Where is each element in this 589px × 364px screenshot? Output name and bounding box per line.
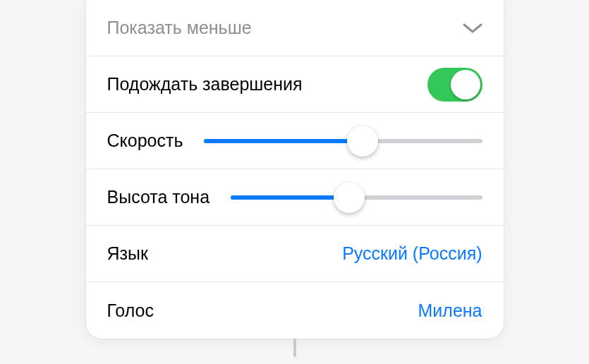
connector-stem [293,339,296,357]
slider-thumb[interactable] [347,126,378,157]
wait-completion-toggle[interactable] [427,68,482,102]
connector-stem-wrap [86,339,504,357]
voice-label: Голос [107,301,154,321]
speech-settings-panel: Показать меньше Подождать завершения Ско… [86,0,504,339]
chevron-down-icon [463,22,482,35]
slider-fill [231,195,349,200]
speed-label: Скорость [107,131,183,151]
pitch-slider[interactable] [231,181,482,214]
language-label: Язык [107,243,148,264]
language-value: Русский (Россия) [342,243,482,264]
speed-slider[interactable] [204,124,482,158]
wait-completion-label: Подождать завершения [107,74,303,95]
voice-row[interactable]: Голос Милена [86,282,504,339]
slider-thumb[interactable] [334,182,365,213]
show-less-label: Показать меньше [107,18,252,38]
pitch-label: Высота тона [107,187,210,207]
language-row[interactable]: Язык Русский (Россия) [86,226,504,282]
wait-completion-row: Подождать завершения [86,56,504,113]
slider-fill [204,139,363,143]
toggle-knob [451,70,480,99]
pitch-row: Высота тона [86,169,504,226]
voice-value: Милена [418,301,482,321]
show-less-row[interactable]: Показать меньше [86,0,504,56]
speed-row: Скорость [86,113,504,169]
